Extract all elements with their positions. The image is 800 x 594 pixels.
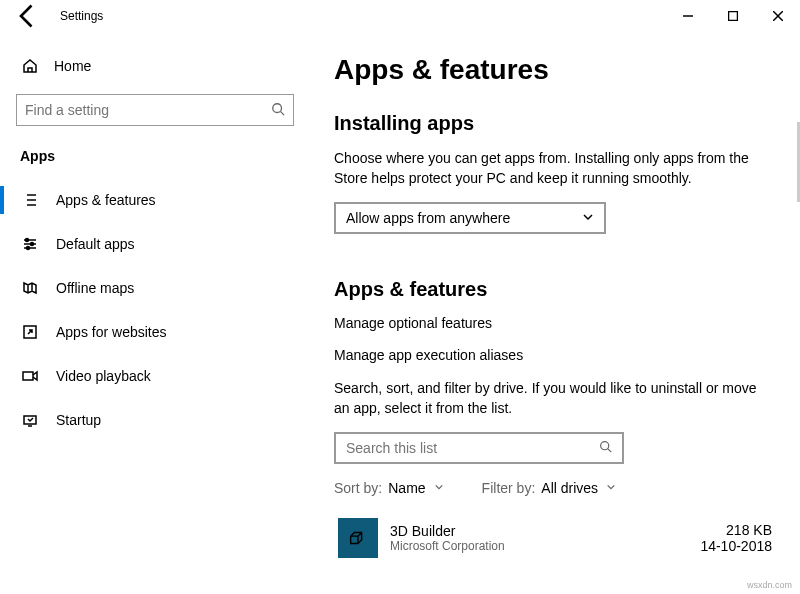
video-icon (22, 368, 38, 384)
chevron-down-icon (606, 482, 616, 494)
home-link[interactable]: Home (22, 58, 294, 74)
back-button[interactable] (14, 2, 42, 30)
installing-desc: Choose where you can get apps from. Inst… (334, 149, 774, 188)
sidebar-item-label: Video playback (56, 368, 151, 384)
sidebar-item-video-playback[interactable]: Video playback (16, 354, 294, 398)
app-publisher: Microsoft Corporation (390, 539, 688, 553)
app-name: 3D Builder (390, 523, 688, 539)
sidebar-search-input[interactable] (25, 102, 271, 118)
app-icon (338, 518, 378, 558)
minimize-button[interactable] (665, 0, 710, 32)
filter-control[interactable]: Filter by: All drives (482, 480, 616, 496)
map-icon (22, 280, 38, 296)
sidebar-item-label: Default apps (56, 236, 135, 252)
installing-title: Installing apps (334, 112, 776, 135)
page-title: Apps & features (334, 54, 776, 86)
sidebar: Home Apps Apps & features Default apps O… (0, 32, 310, 594)
svg-point-4 (273, 103, 282, 112)
app-size: 218 KB (700, 522, 772, 538)
main-content: Apps & features Installing apps Choose w… (310, 32, 800, 594)
sort-control[interactable]: Sort by: Name (334, 480, 444, 496)
filter-value: All drives (541, 480, 598, 496)
search-icon (599, 440, 612, 456)
startup-icon (22, 412, 38, 428)
sidebar-item-apps-features[interactable]: Apps & features (16, 178, 294, 222)
sidebar-item-label: Offline maps (56, 280, 134, 296)
sort-value: Name (388, 480, 425, 496)
sidebar-item-label: Startup (56, 412, 101, 428)
home-icon (22, 58, 38, 74)
titlebar: Settings (0, 0, 800, 32)
sidebar-item-offline-maps[interactable]: Offline maps (16, 266, 294, 310)
features-desc: Search, sort, and filter by drive. If yo… (334, 379, 774, 418)
close-button[interactable] (755, 0, 800, 32)
app-list-item[interactable]: 3D Builder Microsoft Corporation 218 KB … (334, 514, 776, 558)
chevron-down-icon (434, 482, 444, 494)
sidebar-item-label: Apps for websites (56, 324, 167, 340)
sidebar-item-apps-websites[interactable]: Apps for websites (16, 310, 294, 354)
app-search[interactable] (334, 432, 624, 464)
svg-line-5 (281, 111, 285, 115)
sidebar-item-default-apps[interactable]: Default apps (16, 222, 294, 266)
dropdown-value: Allow apps from anywhere (346, 210, 510, 226)
watermark: wsxdn.com (747, 580, 792, 590)
search-icon (271, 102, 285, 119)
sidebar-category: Apps (20, 148, 294, 164)
app-date: 14-10-2018 (700, 538, 772, 554)
sidebar-item-startup[interactable]: Startup (16, 398, 294, 442)
sort-label: Sort by: (334, 480, 382, 496)
install-source-dropdown[interactable]: Allow apps from anywhere (334, 202, 606, 234)
svg-rect-19 (23, 372, 33, 380)
svg-point-17 (27, 247, 30, 250)
sidebar-search[interactable] (16, 94, 294, 126)
svg-point-22 (601, 442, 609, 450)
features-title: Apps & features (334, 278, 776, 301)
svg-point-16 (31, 243, 34, 246)
sidebar-item-label: Apps & features (56, 192, 156, 208)
manage-aliases-link[interactable]: Manage app execution aliases (334, 347, 776, 363)
open-icon (22, 324, 38, 340)
svg-line-23 (608, 449, 611, 452)
defaults-icon (22, 236, 38, 252)
chevron-down-icon (582, 210, 594, 226)
manage-optional-link[interactable]: Manage optional features (334, 315, 776, 331)
list-icon (22, 192, 38, 208)
svg-rect-1 (728, 12, 737, 21)
home-label: Home (54, 58, 91, 74)
app-search-input[interactable] (346, 440, 599, 456)
window-title: Settings (60, 9, 103, 23)
svg-point-15 (26, 239, 29, 242)
maximize-button[interactable] (710, 0, 755, 32)
filter-label: Filter by: (482, 480, 536, 496)
